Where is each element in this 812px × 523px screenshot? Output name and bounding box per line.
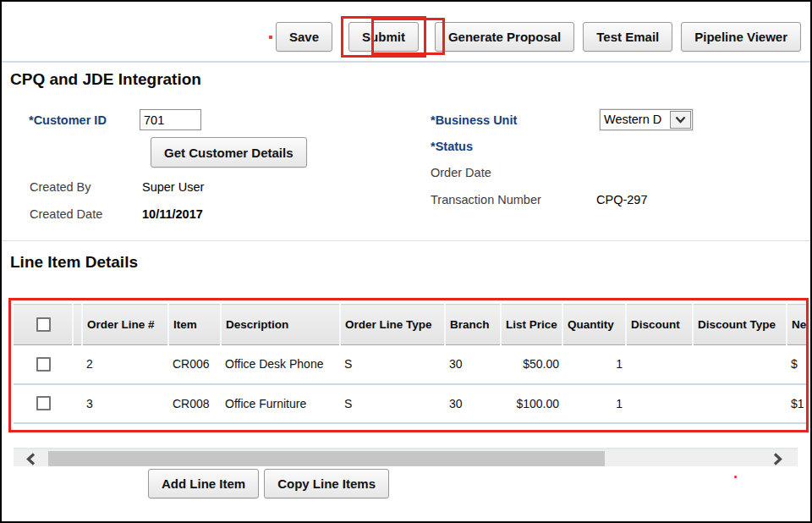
save-button[interactable]: Save <box>276 22 332 52</box>
business-unit-label: *Business Unit <box>431 113 517 127</box>
col-description: Description <box>221 305 340 345</box>
order-line-type-cell: S <box>340 384 445 423</box>
discount-type-cell <box>693 345 787 384</box>
generate-proposal-button[interactable]: Generate Proposal <box>435 22 574 52</box>
copy-line-items-button[interactable]: Copy Line Items <box>264 469 389 498</box>
col-net: Net <box>787 305 809 345</box>
transaction-number-label: Transaction Number <box>431 193 541 206</box>
line-item-details-title: Line Item Details <box>10 253 138 272</box>
business-unit-select[interactable]: Western D <box>600 109 693 130</box>
row-checkbox[interactable] <box>36 357 51 372</box>
discount-cell <box>626 384 693 423</box>
col-list-price: List Price <box>501 305 562 345</box>
table-row: 2 CR006 Office Desk Phone S 30 $50.00 1 … <box>14 345 809 384</box>
row-checkbox[interactable] <box>36 396 51 410</box>
chevron-down-icon[interactable] <box>670 111 691 129</box>
submit-button[interactable]: Submit <box>348 22 419 52</box>
spacer-cell <box>73 384 82 423</box>
page-title: CPQ and JDE Integration <box>10 70 201 89</box>
select-all-header <box>14 305 73 345</box>
list-price-cell: $50.00 <box>501 345 562 384</box>
description-cell: Office Desk Phone <box>221 345 340 384</box>
col-item: Item <box>168 305 221 345</box>
test-email-button[interactable]: Test Email <box>583 22 672 52</box>
horizontal-scrollbar[interactable] <box>14 448 798 466</box>
row-select-cell <box>14 345 73 384</box>
created-date-value: 10/11/2017 <box>142 207 203 221</box>
quantity-cell: 1 <box>562 345 626 384</box>
item-cell: CR006 <box>168 345 221 384</box>
discount-type-cell <box>693 384 787 423</box>
customer-id-input[interactable] <box>140 109 201 130</box>
col-order-line-type: Order Line Type <box>340 305 445 345</box>
page: Save Submit Generate Proposal Test Email… <box>0 0 812 523</box>
spacer-header <box>73 305 82 345</box>
get-customer-details-button[interactable]: Get Customer Details <box>151 137 307 168</box>
branch-cell: 30 <box>445 384 501 423</box>
item-cell: CR008 <box>168 384 221 423</box>
discount-cell <box>626 345 693 384</box>
spacer-cell <box>73 345 82 384</box>
select-all-checkbox[interactable] <box>36 317 51 332</box>
col-branch: Branch <box>445 305 501 345</box>
toolbar-divider <box>2 61 810 63</box>
status-label: *Status <box>431 140 473 153</box>
order-date-label: Order Date <box>431 166 491 179</box>
col-quantity: Quantity <box>562 305 626 345</box>
add-line-item-button[interactable]: Add Line Item <box>148 469 259 498</box>
annotation-dot <box>734 476 737 478</box>
net-cell: $ <box>787 345 809 384</box>
chevron-right-icon[interactable] <box>769 451 786 466</box>
chevron-left-icon[interactable] <box>22 451 39 466</box>
created-by-label: Created By <box>30 180 91 194</box>
order-line-type-cell: S <box>340 345 445 384</box>
customer-id-label: *Customer ID <box>29 113 107 127</box>
scrollbar-thumb[interactable] <box>48 451 605 466</box>
submit-highlight-annotation: Submit <box>341 16 426 58</box>
business-unit-selected-value: Western D <box>601 110 669 129</box>
created-by-value: Super User <box>142 180 204 194</box>
annotation-dot <box>269 36 272 39</box>
quantity-cell: 1 <box>562 384 626 423</box>
order-line-cell: 2 <box>82 345 168 384</box>
branch-cell: 30 <box>445 345 501 384</box>
col-order-line: Order Line # <box>82 305 168 345</box>
transaction-number-value: CPQ-297 <box>596 193 647 206</box>
net-cell: $1 <box>787 384 809 423</box>
row-select-cell <box>14 384 73 423</box>
col-discount-type: Discount Type <box>693 305 787 345</box>
list-price-cell: $100.00 <box>501 384 562 423</box>
toolbar: Save Submit Generate Proposal Test Email… <box>276 16 801 58</box>
line-items-grid: Order Line # Item Description Order Line… <box>14 304 809 424</box>
grid-actions: Add Line Item Copy Line Items <box>148 469 389 498</box>
description-cell: Office Furniture <box>221 384 340 423</box>
grid-header-row: Order Line # Item Description Order Line… <box>14 305 809 345</box>
col-discount: Discount <box>626 305 693 345</box>
section-divider <box>2 240 810 241</box>
table-row: 3 CR008 Office Furniture S 30 $100.00 1 … <box>14 384 809 423</box>
pipeline-viewer-button[interactable]: Pipeline Viewer <box>681 22 801 52</box>
created-date-label: Created Date <box>30 207 102 221</box>
order-line-cell: 3 <box>82 384 168 423</box>
